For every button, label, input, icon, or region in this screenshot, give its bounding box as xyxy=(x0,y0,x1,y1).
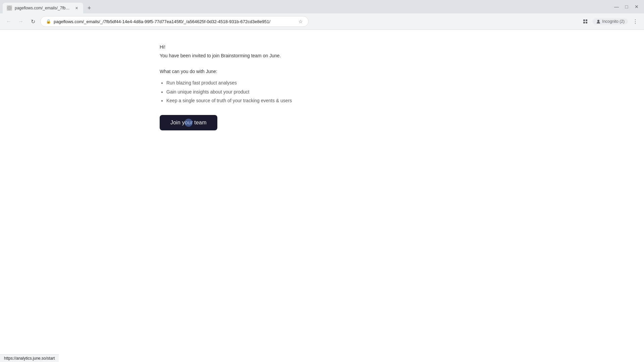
bookmark-icon[interactable]: ☆ xyxy=(299,19,303,24)
address-bar[interactable]: 🔒 pageflows.com/_emails/_/7fb5df44-14e4-… xyxy=(40,16,309,27)
active-tab[interactable]: pageflows.com/_emails/_7fb5... ✕ xyxy=(3,3,83,13)
tab-close-button[interactable]: ✕ xyxy=(74,5,79,11)
status-url: https://analytics.june.so/start xyxy=(4,356,55,361)
close-window-button[interactable]: ✕ xyxy=(632,2,641,11)
feature-item: Keep a single source of truth of your tr… xyxy=(166,97,484,104)
svg-rect-3 xyxy=(583,19,585,21)
menu-button[interactable]: ⋮ xyxy=(631,17,640,26)
tab-title: pageflows.com/_emails/_7fb5... xyxy=(15,6,71,10)
incognito-badge: Incognito (2) xyxy=(593,18,628,24)
incognito-label: Incognito (2) xyxy=(602,19,625,24)
status-bar: https://analytics.june.so/start xyxy=(0,354,59,362)
window-controls: — □ ✕ xyxy=(612,2,641,14)
greeting-text: Hi! xyxy=(160,43,484,51)
feature-item: Run blazing fast product analyses xyxy=(166,79,484,86)
tab-bar: pageflows.com/_emails/_7fb5... ✕ + — □ ✕ xyxy=(0,0,644,13)
refresh-button[interactable]: ↻ xyxy=(28,17,38,26)
svg-rect-6 xyxy=(586,22,587,23)
join-team-button[interactable]: Join your team xyxy=(160,115,217,130)
svg-rect-4 xyxy=(586,19,587,21)
address-bar-row: ← → ↻ 🔒 pageflows.com/_emails/_/7fb5df44… xyxy=(0,13,644,29)
back-button[interactable]: ← xyxy=(4,17,13,26)
features-list: Run blazing fast product analyses Gain u… xyxy=(160,79,484,104)
lock-icon: 🔒 xyxy=(46,19,51,24)
tab-favicon xyxy=(7,5,12,11)
svg-point-7 xyxy=(597,20,599,22)
forward-button[interactable]: → xyxy=(16,17,25,26)
new-tab-button[interactable]: + xyxy=(85,3,94,13)
email-content: Hi! You have been invited to join Brains… xyxy=(0,30,644,144)
toolbar-right: Incognito (2) ⋮ xyxy=(581,17,640,26)
url-text: pageflows.com/_emails/_/7fb5df44-14e4-4d… xyxy=(54,19,296,24)
extensions-button[interactable] xyxy=(581,17,590,26)
feature-item: Gain unique insights about your product xyxy=(166,88,484,96)
svg-rect-5 xyxy=(583,22,585,23)
features-heading: What can you do with June: xyxy=(160,68,484,75)
invite-text: You have been invited to join Brainstorm… xyxy=(160,52,484,59)
maximize-button[interactable]: □ xyxy=(622,2,631,11)
minimize-button[interactable]: — xyxy=(612,2,621,11)
browser-chrome: pageflows.com/_emails/_7fb5... ✕ + — □ ✕… xyxy=(0,0,644,30)
